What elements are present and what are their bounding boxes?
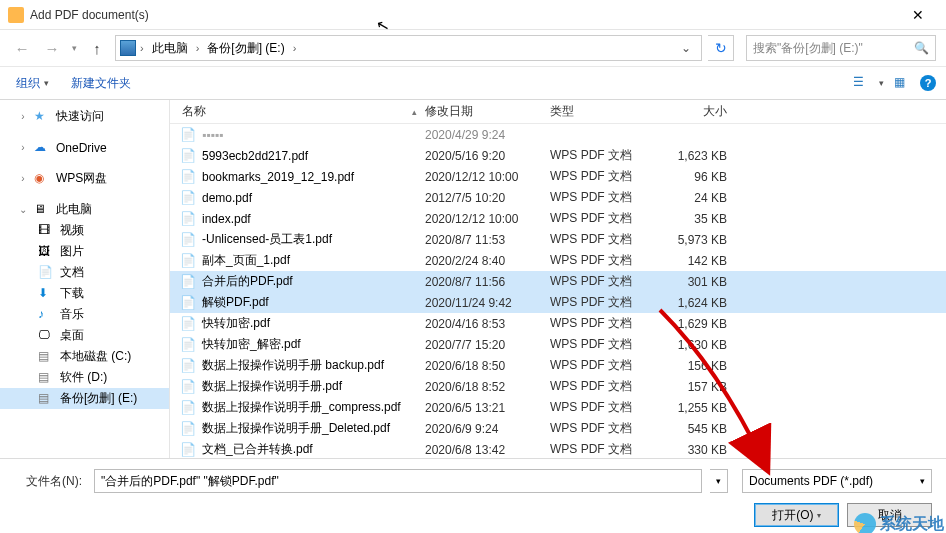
file-date: 2020/6/9 9:24 xyxy=(425,422,550,436)
table-row[interactable]: bookmarks_2019_12_19.pdf2020/12/12 10:00… xyxy=(170,166,946,187)
file-size: 142 KB xyxy=(665,254,745,268)
file-date: 2012/7/5 10:20 xyxy=(425,191,550,205)
disk-icon xyxy=(38,349,54,365)
disk-icon xyxy=(38,370,54,386)
pdf-icon xyxy=(180,337,196,353)
star-icon xyxy=(34,109,50,125)
chevron-right-icon[interactable]: › xyxy=(138,42,146,54)
sidebar-item-thispc[interactable]: ⌄此电脑 xyxy=(0,199,169,220)
file-type: WPS PDF 文档 xyxy=(550,210,665,227)
sidebar-item-pic[interactable]: 图片 xyxy=(0,241,169,262)
filetype-filter[interactable]: Documents PDF (*.pdf) ▾ xyxy=(742,469,932,493)
table-row[interactable]: 快转加密.pdf2020/4/16 8:53WPS PDF 文档1,629 KB xyxy=(170,313,946,334)
cloud-icon xyxy=(34,140,50,156)
address-dropdown[interactable]: ⌄ xyxy=(675,41,697,55)
col-date[interactable]: 修改日期 xyxy=(425,103,550,120)
table-row[interactable]: 副本_页面_1.pdf2020/2/24 8:40WPS PDF 文档142 K… xyxy=(170,250,946,271)
file-size: 330 KB xyxy=(665,443,745,457)
breadcrumb-root[interactable]: 此电脑 xyxy=(148,39,192,58)
pdf-icon xyxy=(180,253,196,269)
pdf-icon xyxy=(180,232,196,248)
table-row[interactable]: demo.pdf2012/7/5 10:20WPS PDF 文档24 KB xyxy=(170,187,946,208)
pdf-icon xyxy=(180,211,196,227)
sidebar-item-diske[interactable]: 备份[勿删] (E:) xyxy=(0,388,169,409)
sidebar-item-video[interactable]: 视频 xyxy=(0,220,169,241)
new-folder-button[interactable]: 新建文件夹 xyxy=(65,72,137,95)
pdf-icon xyxy=(180,316,196,332)
col-name[interactable]: 名称▴ xyxy=(170,103,425,120)
file-type: WPS PDF 文档 xyxy=(550,147,665,164)
table-row[interactable]: 5993ecb2dd217.pdf2020/5/16 9:20WPS PDF 文… xyxy=(170,145,946,166)
col-type[interactable]: 类型 xyxy=(550,103,665,120)
forward-button[interactable]: → xyxy=(40,36,64,60)
pdf-icon xyxy=(180,400,196,416)
chevron-right-icon[interactable]: › xyxy=(291,42,299,54)
file-size: 157 KB xyxy=(665,380,745,394)
filename-dropdown[interactable]: ▾ xyxy=(710,469,728,493)
sidebar-item-music[interactable]: 音乐 xyxy=(0,304,169,325)
help-button[interactable]: ? xyxy=(920,75,936,91)
search-input[interactable]: 搜索"备份[勿删] (E:)" 🔍 xyxy=(746,35,936,61)
table-row[interactable]: 文档_已合并转换.pdf2020/6/8 13:42WPS PDF 文档330 … xyxy=(170,439,946,458)
open-button[interactable]: 打开(O) ▾ xyxy=(754,503,839,527)
file-name: -Unlicensed-员工表1.pdf xyxy=(202,231,332,248)
sidebar-item-quick[interactable]: ›快速访问 xyxy=(0,106,169,127)
sidebar-item-desk[interactable]: 桌面 xyxy=(0,325,169,346)
back-button[interactable]: ← xyxy=(10,36,34,60)
table-row[interactable]: 数据上报操作说明手册_Deleted.pdf2020/6/9 9:24WPS P… xyxy=(170,418,946,439)
table-row[interactable]: 数据上报操作说明手册 backup.pdf2020/6/18 8:50WPS P… xyxy=(170,355,946,376)
view-list-button[interactable] xyxy=(853,75,869,91)
up-button[interactable]: ↑ xyxy=(85,36,109,60)
close-button[interactable]: ✕ xyxy=(898,7,938,23)
sidebar-item-wps[interactable]: ›WPS网盘 xyxy=(0,168,169,189)
file-rows: ▪▪▪▪▪ 2020/4/29 9:24 5993ecb2dd217.pdf20… xyxy=(170,124,946,458)
filename-input[interactable]: "合并后的PDF.pdf" "解锁PDF.pdf" xyxy=(94,469,702,493)
pdf-icon xyxy=(180,379,196,395)
sidebar-item-diskc[interactable]: 本地磁盘 (C:) xyxy=(0,346,169,367)
file-date: 2020/12/12 10:00 xyxy=(425,170,550,184)
table-row[interactable]: 解锁PDF.pdf2020/11/24 9:42WPS PDF 文档1,624 … xyxy=(170,292,946,313)
table-row[interactable]: 快转加密_解密.pdf2020/7/7 15:20WPS PDF 文档1,630… xyxy=(170,334,946,355)
pdf-icon xyxy=(180,190,196,206)
disk-icon xyxy=(38,391,54,407)
file-size: 35 KB xyxy=(665,212,745,226)
breadcrumb-folder[interactable]: 备份[勿删] (E:) xyxy=(203,39,288,58)
chevron-right-icon[interactable]: › xyxy=(194,42,202,54)
file-date: 2020/5/16 9:20 xyxy=(425,149,550,163)
refresh-button[interactable]: ↻ xyxy=(708,35,734,61)
file-name: 副本_页面_1.pdf xyxy=(202,252,290,269)
file-type: WPS PDF 文档 xyxy=(550,378,665,395)
sidebar-item-onedrive[interactable]: ›OneDrive xyxy=(0,137,169,158)
history-dropdown[interactable]: ▾ xyxy=(70,43,79,53)
file-name: 数据上报操作说明手册 backup.pdf xyxy=(202,357,384,374)
file-list: 名称▴ 修改日期 类型 大小 ▪▪▪▪▪ 2020/4/29 9:24 5993… xyxy=(170,100,946,458)
address-bar[interactable]: › 此电脑 › 备份[勿删] (E:) › ⌄ xyxy=(115,35,702,61)
pdf-icon xyxy=(180,127,196,143)
pdf-icon xyxy=(180,358,196,374)
desktop-icon xyxy=(38,328,54,344)
table-row[interactable]: ▪▪▪▪▪ 2020/4/29 9:24 xyxy=(170,124,946,145)
file-date: 2020/6/18 8:50 xyxy=(425,359,550,373)
table-row[interactable]: 合并后的PDF.pdf2020/8/7 11:56WPS PDF 文档301 K… xyxy=(170,271,946,292)
table-row[interactable]: 数据上报操作说明手册.pdf2020/6/18 8:52WPS PDF 文档15… xyxy=(170,376,946,397)
file-date: 2020/6/5 13:21 xyxy=(425,401,550,415)
file-type: WPS PDF 文档 xyxy=(550,231,665,248)
file-size: 545 KB xyxy=(665,422,745,436)
file-type: WPS PDF 文档 xyxy=(550,441,665,458)
table-row[interactable]: -Unlicensed-员工表1.pdf2020/8/7 11:53WPS PD… xyxy=(170,229,946,250)
view-tiles-button[interactable] xyxy=(894,75,910,91)
file-name: bookmarks_2019_12_19.pdf xyxy=(202,170,354,184)
chevron-down-icon[interactable]: ▾ xyxy=(879,78,884,88)
pc-icon xyxy=(120,40,136,56)
table-row[interactable]: index.pdf2020/12/12 10:00WPS PDF 文档35 KB xyxy=(170,208,946,229)
sidebar-item-doc[interactable]: 文档 xyxy=(0,262,169,283)
filename-label: 文件名(N): xyxy=(14,473,86,490)
table-row[interactable]: 数据上报操作说明手册_compress.pdf2020/6/5 13:21WPS… xyxy=(170,397,946,418)
organize-menu[interactable]: 组织 ▾ xyxy=(10,72,55,95)
sidebar-item-down[interactable]: 下载 xyxy=(0,283,169,304)
col-size[interactable]: 大小 xyxy=(665,103,745,120)
pdf-icon xyxy=(180,148,196,164)
file-type: WPS PDF 文档 xyxy=(550,189,665,206)
file-date: 2020/8/7 11:56 xyxy=(425,275,550,289)
sidebar-item-diskd[interactable]: 软件 (D:) xyxy=(0,367,169,388)
